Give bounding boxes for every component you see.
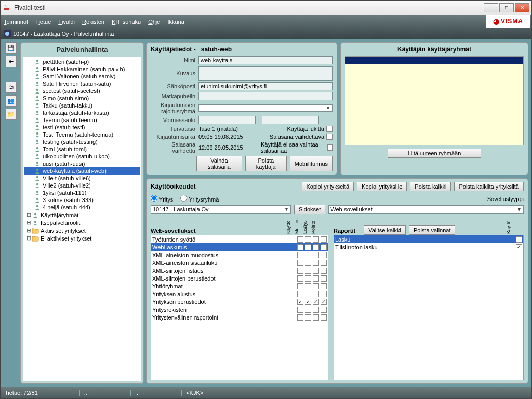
valid-to[interactable] <box>262 116 319 124</box>
perm-checkbox[interactable] <box>297 283 303 289</box>
app-row[interactable]: Yhtiöryhmät <box>151 282 328 290</box>
perm-checkbox[interactable] <box>305 291 311 297</box>
perm-checkbox[interactable] <box>305 260 311 266</box>
tree-user-item[interactable]: tarkastaja (satuh-tarkasta) <box>24 109 140 116</box>
report-row[interactable]: Lasku <box>334 235 523 243</box>
tree-user-item[interactable]: Sami Valtonen (satuh-samiv) <box>24 73 140 80</box>
delete-all-button[interactable]: Poista kaikki <box>410 182 451 191</box>
perm-checkbox[interactable] <box>313 260 319 266</box>
perm-checkbox[interactable] <box>297 314 303 321</box>
perm-checkbox[interactable] <box>305 307 311 313</box>
tree-user-item[interactable]: 3 kolme (satuh-333) <box>24 196 140 204</box>
copy-from-company-button[interactable]: Kopioi yritykseltä <box>302 182 354 191</box>
valid-from[interactable] <box>198 116 256 124</box>
perm-checkbox[interactable] <box>313 275 319 282</box>
delete-user-button[interactable]: Poista käyttäjä <box>245 156 287 171</box>
app-row[interactable]: XML-siirtojen listaus <box>151 267 328 274</box>
save-icon[interactable]: 💾 <box>5 42 17 54</box>
perm-checkbox[interactable] <box>297 244 303 250</box>
tree-user-item[interactable]: Ville t (satuh-ville6) <box>24 175 140 182</box>
perm-checkbox[interactable] <box>313 236 319 243</box>
app-row[interactable]: Yritystenvälinen raportointi <box>151 313 328 321</box>
restriction-combo[interactable]: ▼ <box>198 104 332 112</box>
name-field[interactable] <box>198 56 332 64</box>
tree-user-item[interactable]: testing (satuh-testing) <box>24 138 140 145</box>
perm-checkbox[interactable] <box>321 307 327 313</box>
menu-rekisteri[interactable]: Rekisteri <box>82 19 104 25</box>
tool-icon-3[interactable]: 📁 <box>5 109 17 120</box>
nochange-checkbox[interactable] <box>327 144 332 151</box>
perm-checkbox[interactable] <box>313 283 319 289</box>
perm-checkbox[interactable] <box>305 314 311 321</box>
reports-list[interactable]: LaskuTilisiirroton lasku <box>334 235 524 380</box>
app-row[interactable]: Yritysrekisteri <box>151 305 328 313</box>
locked-checkbox[interactable] <box>326 126 332 132</box>
radio-company[interactable]: Yritys <box>151 195 173 203</box>
exit-icon[interactable]: ⇤ <box>5 56 17 67</box>
perm-checkbox[interactable] <box>305 268 311 274</box>
tree-category[interactable]: ⊞Käyttäjäryhmät <box>24 211 140 219</box>
app-row[interactable]: WebLaskutus <box>151 243 328 251</box>
tree-user-item[interactable]: Päivi Hakkarainen (satuh-paivih) <box>24 65 140 73</box>
tree-user-item[interactable]: Simo (satuh-simo) <box>24 95 140 102</box>
company-combo[interactable]: 10147 - Laskuttaja Oy▼ <box>151 205 291 214</box>
mobile-field[interactable] <box>198 92 332 100</box>
tree-user-item[interactable]: Teemu (satuh-teemu) <box>24 116 140 124</box>
perm-checkbox[interactable] <box>313 299 319 305</box>
perm-checkbox[interactable] <box>297 236 303 243</box>
change-password-button[interactable]: Vaihda salasana <box>196 156 242 171</box>
perm-checkbox[interactable] <box>305 244 311 250</box>
tree-user-item[interactable]: Satu Hirvonen (satuh-satu) <box>24 80 140 87</box>
menu-toiminnot[interactable]: Toiminnot <box>4 19 28 25</box>
mobile-id-button[interactable]: Mobiilitunnus <box>290 156 332 171</box>
tool-icon-1[interactable]: 🗂 <box>5 82 17 93</box>
perm-checkbox[interactable] <box>321 291 327 297</box>
perm-checkbox[interactable] <box>313 244 319 250</box>
apptype-combo[interactable]: Web-sovellukset▼ <box>328 205 524 214</box>
perm-checkbox[interactable] <box>321 275 327 282</box>
perm-checkbox[interactable] <box>297 275 303 282</box>
report-checkbox[interactable] <box>516 236 522 243</box>
tree-category[interactable]: ⊞Itsepalveluroolit <box>24 219 140 227</box>
report-checkbox[interactable] <box>516 244 522 250</box>
menu-fivaldi[interactable]: Fivaldi <box>58 19 75 25</box>
perm-checkbox[interactable] <box>305 275 311 282</box>
tree-user-item[interactable]: 1yksi (satuh-111) <box>24 189 140 196</box>
tree-user-item[interactable]: Tomi (satuh-tomi) <box>24 145 140 153</box>
groups-list[interactable] <box>345 56 524 145</box>
perm-checkbox[interactable] <box>321 236 327 243</box>
add-to-group-button[interactable]: Liitä uuteen ryhmään <box>388 149 481 158</box>
tree-user-item[interactable]: web-kayttaja (satuh-web) <box>24 167 140 175</box>
user-tree[interactable]: piettttteri (satuh-p)Päivi Hakkarainen (… <box>23 57 141 381</box>
perm-checkbox[interactable] <box>297 260 303 266</box>
perm-checkbox[interactable] <box>321 283 327 289</box>
sidokset-button[interactable]: Sidokset <box>294 205 325 214</box>
deselect-reports-button[interactable]: Poista valinnat <box>409 225 456 235</box>
perm-checkbox[interactable] <box>305 299 311 305</box>
tree-user-item[interactable]: Takku (satuh-takku) <box>24 102 140 109</box>
tree-user-item[interactable]: piettttteri (satuh-p) <box>24 58 140 65</box>
desc-field[interactable] <box>198 66 332 81</box>
perm-checkbox[interactable] <box>305 283 311 289</box>
tree-category[interactable]: ⊞Aktiiviset yritykset <box>24 227 140 234</box>
app-row[interactable]: XML-aineiston sisäänluku <box>151 259 328 267</box>
perm-checkbox[interactable] <box>321 314 327 321</box>
tree-user-item[interactable]: ulkopuolinen (satuh-ulkop) <box>24 153 140 160</box>
app-row[interactable]: Työtuntien syöttö <box>151 235 328 243</box>
perm-checkbox[interactable] <box>297 307 303 313</box>
menu-tietue[interactable]: Tietue <box>35 19 51 25</box>
copy-to-companies-button[interactable]: Kopioi yrityksille <box>357 182 407 191</box>
app-row[interactable]: Yrityksen perustiedot <box>151 298 328 305</box>
perm-checkbox[interactable] <box>313 252 319 258</box>
menu-kh-isohaku[interactable]: KH isohaku <box>112 19 141 25</box>
select-all-reports-button[interactable]: Valitse kaikki <box>364 225 406 235</box>
tree-user-item[interactable]: 4 neljä (satuh-444) <box>24 204 140 211</box>
perm-checkbox[interactable] <box>313 307 319 313</box>
perm-checkbox[interactable] <box>297 252 303 258</box>
tree-user-item[interactable]: uusi (satuh-uusi) <box>24 160 140 167</box>
perm-checkbox[interactable] <box>305 252 311 258</box>
menu-ohje[interactable]: Ohje <box>148 19 160 25</box>
perm-checkbox[interactable] <box>321 244 327 250</box>
perm-checkbox[interactable] <box>321 299 327 305</box>
tree-category[interactable]: ⊞Ei aktiiviset yritykset <box>24 234 140 242</box>
